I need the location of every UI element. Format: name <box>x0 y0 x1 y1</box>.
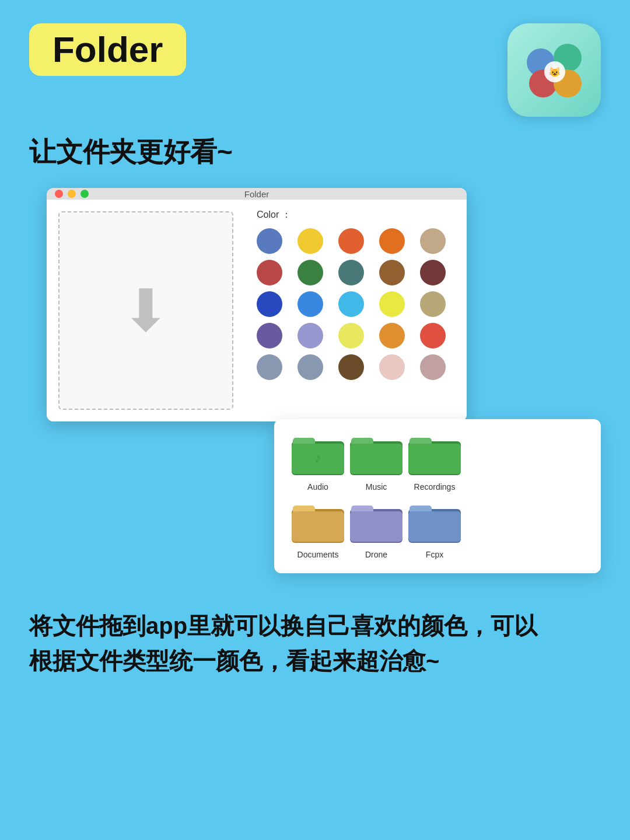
folder-item-music: Music <box>350 433 402 492</box>
folder-icon-fcpx <box>408 501 461 545</box>
svg-rect-15 <box>408 444 461 474</box>
folder-label: Music <box>366 482 387 492</box>
maximize-button[interactable] <box>80 190 89 198</box>
color-dot-3[interactable] <box>379 228 405 254</box>
folder-label: Recordings <box>414 482 456 492</box>
color-dot-19[interactable] <box>420 323 446 348</box>
folder-item-documents: Documents <box>292 501 344 559</box>
folder-item-recordings: Recordings <box>408 433 461 492</box>
color-dot-1[interactable] <box>298 228 323 254</box>
window-titlebar: Folder <box>47 188 467 200</box>
folder-item-drone: Drone <box>350 501 402 559</box>
folder-icon-recordings <box>408 433 461 477</box>
color-dot-14[interactable] <box>420 291 446 317</box>
color-dot-4[interactable] <box>420 228 446 254</box>
main-container: Folder 😺 让文件夹更好看~ <box>0 0 630 840</box>
folder-label: Fcpx <box>426 550 443 559</box>
folder-title-badge: Folder <box>29 23 186 76</box>
folder-icon-audio: ♪ <box>292 433 344 477</box>
color-grid <box>257 228 455 380</box>
folder-label: Audio <box>307 482 328 492</box>
color-dot-16[interactable] <box>298 323 323 348</box>
close-button[interactable] <box>55 190 63 198</box>
color-dot-22[interactable] <box>338 354 364 380</box>
svg-rect-24 <box>408 511 461 542</box>
color-dot-9[interactable] <box>420 260 446 285</box>
color-dot-5[interactable] <box>257 260 282 285</box>
traffic-lights <box>55 190 89 198</box>
header-area: Folder 😺 <box>29 23 601 117</box>
svg-rect-21 <box>350 511 402 542</box>
color-dot-7[interactable] <box>338 260 364 285</box>
drag-arrow-icon: ⬇ <box>121 281 170 340</box>
color-dot-2[interactable] <box>338 228 364 254</box>
color-label: Color ： <box>257 209 455 221</box>
folder-icon-documents <box>292 501 344 545</box>
app-title: Folder <box>52 29 163 69</box>
window-content: ⬇ Color ： <box>47 200 467 421</box>
color-dot-10[interactable] <box>257 291 282 317</box>
svg-text:♪: ♪ <box>315 451 321 465</box>
minimize-button[interactable] <box>68 190 76 198</box>
screenshot-area: Folder ⬇ Color ： ♪AudioMusicRecordingsDo… <box>29 188 601 573</box>
svg-rect-18 <box>292 511 344 542</box>
color-dot-6[interactable] <box>298 260 323 285</box>
color-dot-0[interactable] <box>257 228 282 254</box>
color-dot-12[interactable] <box>338 291 364 317</box>
drag-area[interactable]: ⬇ <box>58 211 233 410</box>
description-text: 将文件拖到app里就可以换自己喜欢的颜色，可以根据文件类型统一颜色，看起来超治愈… <box>29 608 601 678</box>
color-picker-panel: Color ： <box>245 200 467 421</box>
folder-item-audio: ♪Audio <box>292 433 344 492</box>
app-icon-svg: 😺 <box>516 32 592 108</box>
folder-icon-drone <box>350 501 402 545</box>
app-icon: 😺 <box>508 23 601 117</box>
svg-rect-12 <box>350 444 402 474</box>
subtitle: 让文件夹更好看~ <box>29 134 601 170</box>
folder-label: Drone <box>365 550 387 559</box>
mac-window: Folder ⬇ Color ： <box>47 188 467 421</box>
color-dot-11[interactable] <box>298 291 323 317</box>
color-dot-15[interactable] <box>257 323 282 348</box>
color-dot-23[interactable] <box>379 354 405 380</box>
folder-preview: ♪AudioMusicRecordingsDocumentsDroneFcpx <box>274 419 601 573</box>
color-dot-13[interactable] <box>379 291 405 317</box>
folder-label: Documents <box>298 550 339 559</box>
folder-icon-music <box>350 433 402 477</box>
svg-text:😺: 😺 <box>549 67 561 78</box>
folder-item-fcpx: Fcpx <box>408 501 461 559</box>
color-dot-20[interactable] <box>257 354 282 380</box>
color-dot-24[interactable] <box>420 354 446 380</box>
color-dot-21[interactable] <box>298 354 323 380</box>
color-dot-8[interactable] <box>379 260 405 285</box>
color-dot-18[interactable] <box>379 323 405 348</box>
color-dot-17[interactable] <box>338 323 364 348</box>
window-title: Folder <box>244 189 270 199</box>
